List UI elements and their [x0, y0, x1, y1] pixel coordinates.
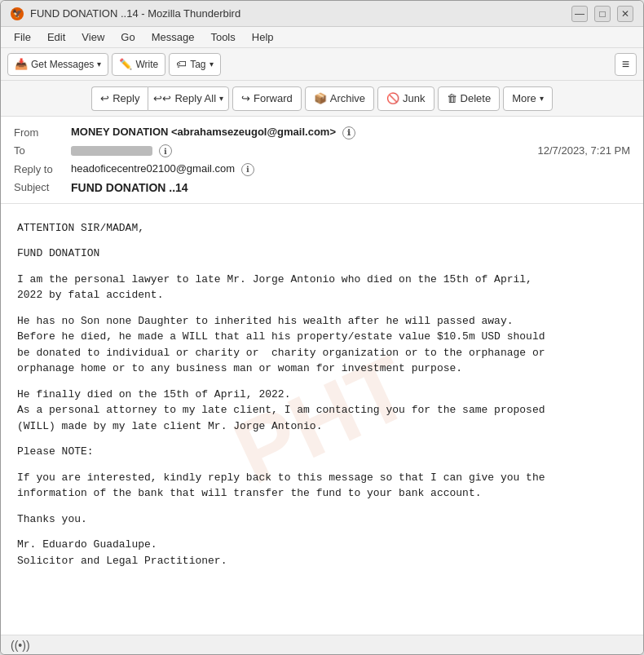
window-controls: — □ ✕ [571, 6, 633, 22]
main-toolbar: 📥 Get Messages ▾ ✏️ Write 🏷 Tag ▾ ≡ [1, 48, 643, 81]
title-bar: 🦅 FUND DONATION ..14 - Mozilla Thunderbi… [1, 1, 643, 27]
archive-button[interactable]: 📦 Archive [305, 86, 374, 111]
maximize-button[interactable]: □ [594, 6, 611, 22]
email-date: 12/7/2023, 7:21 PM [538, 144, 630, 157]
email-header: From MONEY DONATION <abrahamsezeugol@gma… [1, 117, 643, 204]
forward-button[interactable]: ↪ Forward [232, 86, 302, 111]
from-label: From [14, 126, 71, 139]
get-messages-button[interactable]: 📥 Get Messages ▾ [7, 53, 108, 76]
app-icon: 🦅 [11, 7, 24, 20]
reply-to-value: headoficecentre02100@gmail.com ℹ [71, 162, 630, 176]
more-button[interactable]: More ▾ [503, 86, 553, 111]
junk-label: Junk [403, 92, 425, 104]
reply-all-button[interactable]: ↩↩ Reply All ▾ [148, 86, 229, 111]
to-address-blurred [71, 146, 152, 156]
menu-bar: File Edit View Go Message Tools Help [1, 27, 643, 48]
reply-icon: ↩ [100, 92, 109, 104]
to-row: To ℹ 12/7/2023, 7:21 PM [14, 142, 630, 161]
tag-icon: 🏷 [176, 58, 187, 70]
hamburger-icon: ≡ [622, 57, 629, 72]
status-icon: ((•)) [11, 639, 30, 652]
archive-label: Archive [330, 92, 365, 104]
email-body: PHT ATTENTION SIR/MADAM, FUND DONATION I… [1, 204, 643, 635]
body-line-8: Thanks you. [17, 511, 627, 528]
get-messages-icon: 📥 [15, 58, 28, 70]
menu-tools[interactable]: Tools [204, 29, 241, 45]
get-messages-label: Get Messages [31, 59, 94, 70]
minimize-button[interactable]: — [571, 6, 588, 22]
reply-button-group: ↩ Reply ↩↩ Reply All ▾ [91, 86, 229, 111]
body-line-3: I am the personal lawyer to late Mr. Jor… [17, 272, 627, 303]
tag-dropdown-icon[interactable]: ▾ [210, 60, 214, 69]
subject-row: Subject FUND DONATION ..14 [14, 179, 630, 197]
to-label: To [14, 144, 71, 157]
menu-view[interactable]: View [75, 29, 111, 45]
body-line-7: If you are interested, kindly reply back… [17, 470, 627, 502]
menu-message[interactable]: Message [145, 29, 201, 45]
hamburger-menu-button[interactable]: ≡ [615, 53, 637, 76]
close-button[interactable]: ✕ [617, 6, 633, 22]
reply-to-label: Reply to [14, 163, 71, 175]
write-button[interactable]: ✏️ Write [112, 53, 165, 76]
forward-label: Forward [254, 92, 293, 104]
body-line-4: He has no Son none Daughter to inherited… [17, 313, 627, 377]
get-messages-dropdown-icon[interactable]: ▾ [97, 60, 101, 69]
delete-button[interactable]: 🗑 Delete [438, 86, 501, 111]
menu-go[interactable]: Go [114, 29, 141, 45]
to-contact-icon[interactable]: ℹ [159, 144, 172, 157]
reply-to-contact-icon[interactable]: ℹ [241, 163, 254, 176]
email-body-content: ATTENTION SIR/MADAM, FUND DONATION I am … [17, 220, 627, 569]
from-row: From MONEY DONATION <abrahamsezeugol@gma… [14, 123, 630, 142]
menu-file[interactable]: File [7, 29, 37, 45]
body-line-6: Please NOTE: [17, 444, 627, 460]
reply-button[interactable]: ↩ Reply [91, 86, 148, 111]
from-contact-icon[interactable]: ℹ [342, 126, 355, 139]
from-value: MONEY DONATION <abrahamsezeugol@gmail.co… [71, 126, 630, 139]
menu-help[interactable]: Help [245, 29, 280, 45]
more-dropdown-icon[interactable]: ▾ [540, 94, 544, 103]
tag-label: Tag [190, 59, 205, 70]
thunderbird-window: 🦅 FUND DONATION ..14 - Mozilla Thunderbi… [0, 0, 644, 655]
email-actions-bar: ↩ Reply ↩↩ Reply All ▾ ↪ Forward 📦 Archi… [1, 81, 643, 117]
delete-label: Delete [461, 92, 492, 104]
delete-icon: 🗑 [447, 92, 457, 104]
junk-button[interactable]: 🚫 Junk [377, 86, 434, 111]
status-bar: ((•)) [1, 635, 643, 654]
reply-all-dropdown-icon[interactable]: ▾ [219, 94, 223, 103]
tag-button[interactable]: 🏷 Tag ▾ [169, 53, 220, 76]
more-label: More [512, 92, 536, 104]
body-line-1: ATTENTION SIR/MADAM, [17, 220, 627, 237]
subject-label: Subject [14, 181, 71, 193]
reply-all-label: Reply All [174, 92, 216, 104]
write-label: Write [135, 59, 158, 70]
write-icon: ✏️ [119, 58, 132, 70]
junk-icon: 🚫 [386, 92, 399, 104]
subject-value: FUND DONATION ..14 [71, 181, 630, 194]
archive-icon: 📦 [314, 92, 327, 104]
reply-to-row: Reply to headoficecentre02100@gmail.com … [14, 160, 630, 179]
reply-all-icon: ↩↩ [153, 92, 171, 104]
window-title: FUND DONATION ..14 - Mozilla Thunderbird [30, 7, 571, 20]
body-line-2: FUND DONATION [17, 246, 627, 262]
reply-to-text: headoficecentre02100@gmail.com [71, 162, 235, 175]
forward-icon: ↪ [241, 92, 250, 104]
from-text: MONEY DONATION <abrahamsezeugol@gmail.co… [71, 126, 336, 138]
menu-edit[interactable]: Edit [41, 29, 72, 45]
body-line-5: He finally died on the 15th of April, 20… [17, 387, 627, 435]
to-value: ℹ [71, 144, 538, 158]
body-line-9: Mr. Eduardo Guadalupe.Solicitor and Lega… [17, 537, 627, 569]
reply-label: Reply [112, 92, 139, 104]
